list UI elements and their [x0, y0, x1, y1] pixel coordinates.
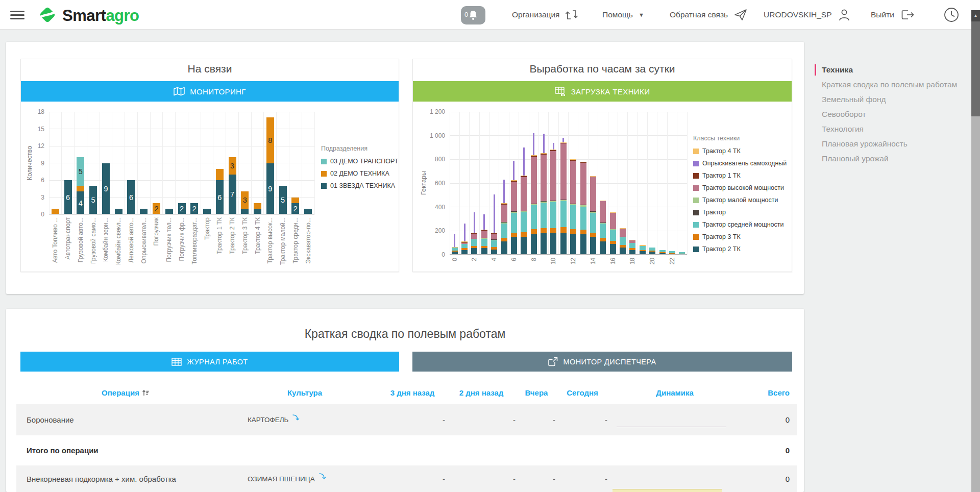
bar-segment[interactable]: [600, 201, 606, 223]
bar-segment[interactable]: [531, 155, 537, 156]
column-culture[interactable]: Культура: [231, 388, 379, 397]
bar-segment[interactable]: [610, 230, 616, 241]
bar-segment[interactable]: [531, 204, 537, 204]
bar-segment[interactable]: [531, 157, 537, 204]
bar-segment[interactable]: [541, 203, 547, 228]
bar-segment[interactable]: [452, 251, 458, 252]
sidebar-item-tehnika[interactable]: Техника: [816, 65, 969, 75]
work-journal-button[interactable]: ЖУРНАЛ РАБОТ: [20, 352, 399, 372]
bar-segment[interactable]: [659, 250, 666, 253]
bar-segment[interactable]: [471, 246, 477, 249]
bar-segment[interactable]: [291, 198, 299, 203]
bar-spike[interactable]: [464, 224, 465, 241]
bar-segment[interactable]: [550, 228, 556, 233]
bar-segment[interactable]: [254, 203, 261, 209]
bar-segment[interactable]: [570, 159, 576, 160]
bar-segment[interactable]: [560, 143, 567, 200]
column-total[interactable]: Всего: [741, 388, 790, 397]
dispatcher-monitor-button[interactable]: МОНИТОР ДИСПЕТЧЕРА: [412, 352, 792, 372]
bar-segment[interactable]: [481, 231, 487, 238]
bar-segment[interactable]: [541, 202, 547, 203]
sidebar-item-zemelny-fond[interactable]: Земельный фонд: [816, 94, 969, 105]
legend-item[interactable]: Трактор: [693, 209, 787, 216]
table-row[interactable]: Внекорневая подкормка + хим. обработка О…: [16, 465, 797, 492]
bar-spike[interactable]: [454, 234, 455, 247]
bar-spike[interactable]: [503, 180, 505, 203]
bar-segment[interactable]: [570, 161, 576, 204]
bar-segment[interactable]: [511, 212, 517, 213]
bar-segment[interactable]: [629, 243, 635, 249]
bar-segment[interactable]: [610, 241, 616, 244]
bar-segment[interactable]: [669, 251, 675, 253]
bar-spike[interactable]: [543, 134, 545, 153]
bar-segment[interactable]: [590, 177, 596, 211]
bar-segment[interactable]: [491, 240, 497, 240]
bar-spike[interactable]: [474, 212, 475, 233]
bar-segment[interactable]: [541, 154, 547, 155]
feedback-menu[interactable]: Обратная связь: [670, 0, 748, 30]
table-row[interactable]: Боронование КАРТОФЕЛЬ - - - - 0: [16, 404, 797, 435]
bar-segment[interactable]: [600, 238, 606, 241]
bar-segment[interactable]: [491, 240, 497, 247]
bar-segment[interactable]: [640, 246, 646, 250]
scrollbar-thumb[interactable]: [971, 21, 980, 116]
bar-segment[interactable]: [550, 150, 556, 150]
column-dynamics[interactable]: Динамика: [608, 388, 741, 397]
user-menu[interactable]: URODOVSKIH_SP: [764, 0, 851, 30]
bar-segment[interactable]: [521, 211, 527, 211]
bar-segment[interactable]: [620, 229, 626, 237]
column-today[interactable]: Сегодня: [556, 388, 608, 397]
bar-segment[interactable]: [560, 227, 567, 233]
bar-segment[interactable]: [481, 238, 487, 238]
bar-segment[interactable]: [560, 200, 567, 200]
bar-segment[interactable]: [580, 162, 586, 163]
bar-segment[interactable]: [511, 211, 517, 212]
bar-segment[interactable]: [491, 233, 497, 234]
bar-segment[interactable]: [481, 230, 487, 230]
bar-segment[interactable]: [550, 201, 556, 202]
bar-spike[interactable]: [553, 143, 554, 150]
bar-segment[interactable]: [541, 155, 547, 201]
legend-item[interactable]: Опрыскиватель самоходный: [693, 160, 787, 167]
bar-segment[interactable]: [521, 176, 527, 176]
bar-segment[interactable]: [580, 163, 586, 205]
bar-segment[interactable]: [511, 181, 517, 182]
bar-segment[interactable]: [590, 237, 596, 255]
bar-segment[interactable]: [590, 233, 596, 237]
bar-segment[interactable]: [511, 182, 517, 211]
bar-segment[interactable]: [511, 237, 517, 255]
bar-segment[interactable]: [521, 176, 527, 177]
bar-segment[interactable]: [531, 205, 537, 229]
bar-segment[interactable]: [570, 204, 576, 204]
help-menu[interactable]: Помощь ▼: [602, 0, 644, 30]
bar-segment[interactable]: [521, 232, 527, 237]
bar-spike[interactable]: [523, 147, 525, 176]
bar-segment[interactable]: [560, 142, 567, 143]
bar-segment[interactable]: [629, 240, 635, 243]
bar-segment[interactable]: [501, 222, 507, 223]
bar-segment[interactable]: [531, 204, 537, 205]
bar-segment[interactable]: [620, 237, 626, 237]
drill-down-icon[interactable]: [291, 413, 300, 422]
bar-segment[interactable]: [461, 244, 468, 248]
legend-item[interactable]: 02 ДЕМО ТЕХНИКА: [321, 170, 398, 177]
bar-spike[interactable]: [513, 161, 514, 181]
bar-spike[interactable]: [562, 138, 564, 142]
bar-segment[interactable]: [511, 213, 517, 233]
bar-segment[interactable]: [501, 203, 507, 204]
bar-segment[interactable]: [620, 237, 626, 245]
vertical-scrollbar[interactable]: ▲: [971, 0, 980, 492]
sidebar-item-svodka[interactable]: Краткая сводка по полевым работам: [816, 80, 969, 90]
bar-segment[interactable]: [531, 234, 537, 255]
bar-segment[interactable]: [669, 253, 675, 254]
bar-segment[interactable]: [550, 150, 556, 151]
bar-segment[interactable]: [610, 213, 616, 229]
column-2-days-ago[interactable]: 2 дня назад: [446, 388, 517, 397]
bar-segment[interactable]: [501, 205, 507, 222]
sidebar-item-sevooborot[interactable]: Севооборот: [816, 109, 969, 119]
bar-spike[interactable]: [494, 194, 495, 233]
bar-segment[interactable]: [580, 234, 586, 255]
bar-segment[interactable]: [560, 143, 567, 143]
bar-segment[interactable]: [600, 224, 606, 238]
bar-segment[interactable]: [461, 241, 468, 242]
